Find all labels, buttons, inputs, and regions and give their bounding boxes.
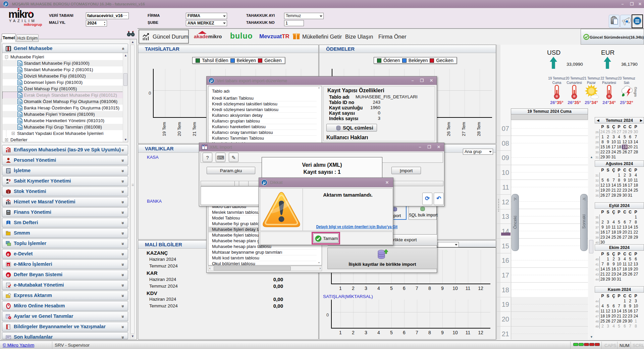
svg-text:e: e [7, 273, 9, 278]
svg-text:e: e [7, 252, 9, 257]
svg-text:e: e [8, 263, 9, 266]
